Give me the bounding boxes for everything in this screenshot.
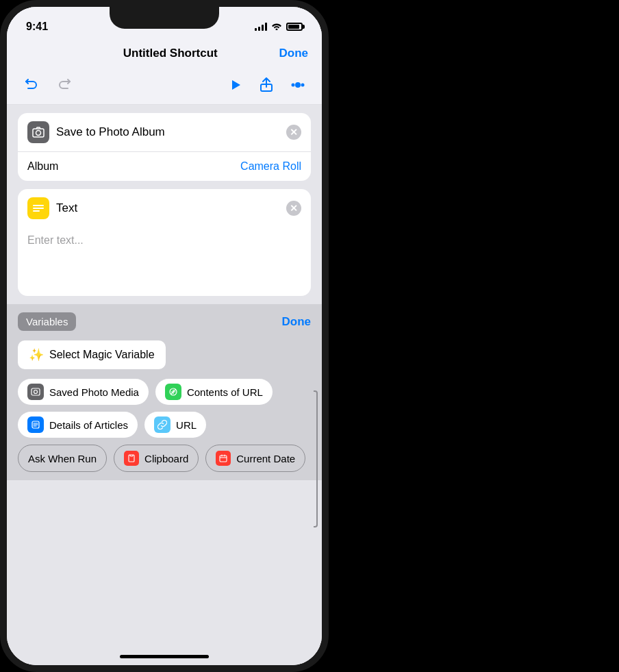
scroll-indicator [314, 390, 318, 527]
url-label: URL [176, 419, 197, 431]
phone-frame: 9:41 Untitled Shortcut Done [0, 0, 329, 672]
silent-button [0, 96, 3, 120]
redo-button[interactable] [53, 74, 75, 96]
svg-rect-8 [33, 208, 44, 209]
save-photo-title: Save to Photo Album [56, 125, 286, 139]
svg-marker-0 [232, 80, 240, 90]
nav-bar: Untitled Shortcut Done [7, 41, 322, 69]
nav-done-button[interactable]: Done [279, 47, 308, 60]
saved-photo-media-label: Saved Photo Media [49, 386, 139, 398]
contents-of-url-label: Contents of URL [187, 386, 263, 398]
details-of-articles-label: Details of Articles [49, 419, 128, 431]
undo-button[interactable] [21, 74, 42, 96]
variables-label-button[interactable]: Variables [18, 312, 76, 331]
magic-wand-icon: ✨ [29, 347, 44, 362]
nav-title: Untitled Shortcut [123, 47, 218, 60]
clipboard-label: Clipboard [144, 453, 188, 464]
clipboard-chip-icon [124, 451, 139, 466]
svg-rect-15 [220, 456, 227, 462]
contents-of-url-chip[interactable]: Contents of URL [155, 379, 273, 405]
svg-point-2 [295, 82, 301, 88]
saved-photo-media-chip[interactable]: Saved Photo Media [18, 379, 149, 405]
variable-chips-row-2: Details of Articles URL [18, 412, 311, 438]
clipboard-chip[interactable]: Clipboard [114, 445, 199, 472]
text-action-card: Text ✕ Enter text... [18, 189, 311, 296]
text-action-close-button[interactable]: ✕ [286, 201, 301, 216]
select-magic-variable-button[interactable]: ✨ Select Magic Variable [18, 340, 166, 369]
notch [110, 7, 219, 29]
details-of-articles-chip-icon [27, 416, 44, 433]
variable-chips-row-1: Saved Photo Media Contents of URL [18, 379, 311, 405]
url-chip-icon [154, 416, 170, 433]
svg-point-6 [36, 131, 41, 136]
svg-point-4 [301, 84, 305, 87]
album-value-button[interactable]: Camera Roll [240, 160, 301, 173]
power-button [325, 140, 329, 192]
save-photo-header: Save to Photo Album ✕ [18, 113, 311, 151]
ask-when-run-chip[interactable]: Ask When Run [18, 445, 107, 472]
scrollable-content: Save to Photo Album ✕ Album Camera Roll [7, 105, 322, 665]
signal-icon [255, 23, 267, 31]
camera-action-icon [27, 121, 49, 143]
text-action-icon [27, 197, 49, 219]
status-icons [255, 22, 303, 32]
status-time: 9:41 [26, 21, 48, 33]
details-of-articles-chip[interactable]: Details of Articles [18, 412, 138, 438]
svg-point-11 [34, 390, 38, 394]
saved-photo-chip-icon [27, 384, 44, 400]
toolbar [7, 69, 322, 105]
variables-header: Variables Done [18, 312, 311, 331]
svg-rect-10 [31, 388, 40, 395]
volume-down-button [0, 179, 3, 217]
volume-up-button [0, 134, 3, 171]
settings-button[interactable] [288, 75, 308, 95]
variables-done-button[interactable]: Done [282, 315, 312, 329]
text-input-area[interactable]: Enter text... [18, 227, 311, 296]
text-action-header: Text ✕ [18, 189, 311, 227]
share-button[interactable] [256, 75, 277, 95]
current-date-chip-icon [216, 451, 231, 466]
album-label: Album [27, 160, 58, 173]
play-button[interactable] [225, 75, 245, 95]
save-photo-card: Save to Photo Album ✕ Album Camera Roll [18, 113, 311, 181]
current-date-chip[interactable]: Current Date [205, 445, 305, 472]
variables-panel: Variables Done ✨ Select Magic Variable [7, 304, 322, 480]
battery-icon [286, 23, 303, 31]
contents-of-url-chip-icon [165, 384, 181, 400]
ask-when-run-label: Ask When Run [28, 453, 97, 464]
wifi-icon [271, 22, 282, 32]
text-action-title: Text [56, 201, 286, 215]
bottom-chips-row: Ask When Run Clipboard [18, 445, 311, 472]
svg-rect-7 [33, 205, 44, 206]
save-photo-close-button[interactable]: ✕ [286, 125, 301, 140]
svg-rect-9 [33, 210, 40, 212]
magic-var-label: Select Magic Variable [49, 349, 155, 361]
save-photo-body: Album Camera Roll [18, 151, 311, 181]
home-indicator [120, 655, 209, 658]
text-placeholder: Enter text... [27, 234, 84, 246]
url-chip[interactable]: URL [144, 412, 206, 438]
svg-point-3 [292, 84, 295, 87]
current-date-label: Current Date [236, 453, 295, 464]
